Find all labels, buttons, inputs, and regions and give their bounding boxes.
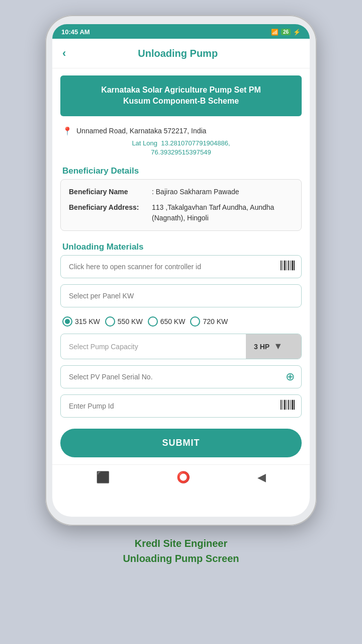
charging-icon: ⚡ bbox=[293, 29, 301, 36]
radio-circle-720[interactable] bbox=[190, 316, 200, 327]
pump-capacity-row[interactable]: Select Pump Capacity 3 HP ▼ bbox=[60, 334, 302, 359]
svg-rect-7 bbox=[294, 261, 295, 271]
submit-button[interactable]: SUBMIT bbox=[60, 429, 302, 457]
svg-rect-3 bbox=[287, 261, 287, 271]
svg-rect-0 bbox=[281, 261, 282, 271]
barcode-icon-pump bbox=[281, 400, 295, 413]
radio-label-650: 650 KW bbox=[160, 317, 186, 326]
nav-circle-icon[interactable]: ⭕ bbox=[176, 471, 190, 484]
nav-home-icon[interactable]: ⬛ bbox=[96, 471, 110, 484]
pump-capacity-value: 3 HP bbox=[254, 343, 269, 351]
bottom-navigation: ⬛ ⭕ ◀ bbox=[52, 464, 310, 490]
nav-back-icon[interactable]: ◀ bbox=[257, 471, 266, 484]
pv-panel-wrapper[interactable]: ⊕ bbox=[60, 365, 302, 388]
status-bar: 10:45 AM 📶 26 ⚡ bbox=[52, 24, 310, 39]
pump-capacity-label: Select Pump Capacity bbox=[61, 336, 246, 358]
svg-rect-6 bbox=[292, 261, 293, 271]
battery-indicator: 26 bbox=[281, 29, 291, 35]
dropdown-arrow-icon: ▼ bbox=[274, 341, 283, 352]
caption-line1: KredI Site Engineer bbox=[123, 536, 239, 551]
svg-rect-14 bbox=[292, 400, 293, 410]
beneficiary-card: Beneficiary Name : Bajirao Sakharam Pawa… bbox=[60, 179, 302, 231]
time-display: 10:45 AM bbox=[61, 28, 90, 36]
page-title: Unloading Pump bbox=[71, 48, 285, 59]
pump-id-wrapper[interactable] bbox=[60, 394, 302, 418]
radio-label-720: 720 KW bbox=[203, 317, 228, 326]
radio-circle-315[interactable] bbox=[62, 316, 72, 327]
beneficiary-address-row: Beneficiary Address: 113 ,Takalgavhan Ta… bbox=[69, 202, 293, 223]
caption-line2: Unloading Pump Screen bbox=[123, 551, 239, 566]
radio-inner-315 bbox=[65, 319, 70, 324]
bene-name-label: Beneficiary Name bbox=[69, 187, 152, 197]
barcode-icon-controller bbox=[281, 261, 295, 273]
bene-address-value: 113 ,Takalgavhan Tarf Aundha, Aundha (Na… bbox=[152, 202, 293, 223]
svg-rect-12 bbox=[288, 400, 289, 410]
location-section: 📍 Unnamed Road, Karnataka 572217, India bbox=[52, 123, 310, 137]
svg-rect-8 bbox=[281, 400, 282, 410]
controller-id-input[interactable] bbox=[60, 255, 302, 278]
svg-rect-4 bbox=[288, 261, 289, 271]
panel-kw-wrapper[interactable] bbox=[60, 284, 302, 307]
beneficiary-name-row: Beneficiary Name : Bajirao Sakharam Pawa… bbox=[69, 187, 293, 197]
svg-rect-2 bbox=[284, 261, 286, 271]
panel-kw-input[interactable] bbox=[60, 284, 302, 307]
wifi-icon: 📶 bbox=[271, 29, 279, 36]
kw-radio-group: 315 KW 550 KW 650 KW 720 KW bbox=[60, 313, 302, 334]
radio-label-315: 315 KW bbox=[75, 317, 100, 326]
location-address: Unnamed Road, Karnataka 572217, India bbox=[76, 127, 206, 135]
controller-id-wrapper[interactable] bbox=[60, 255, 302, 278]
location-icon: 📍 bbox=[62, 126, 72, 136]
radio-550kw[interactable]: 550 KW bbox=[105, 316, 143, 327]
screen-caption: KredI Site Engineer Unloading Pump Scree… bbox=[123, 536, 239, 566]
bene-address-label: Beneficiary Address: bbox=[69, 202, 152, 223]
materials-form: 315 KW 550 KW 650 KW 720 KW Select Pump … bbox=[52, 255, 310, 464]
svg-rect-15 bbox=[294, 400, 295, 410]
svg-rect-9 bbox=[283, 400, 283, 410]
add-pv-panel-icon[interactable]: ⊕ bbox=[286, 370, 295, 383]
app-header: ‹ Unloading Pump bbox=[52, 39, 310, 68]
radio-720kw[interactable]: 720 KW bbox=[190, 316, 228, 327]
radio-315kw[interactable]: 315 KW bbox=[62, 316, 100, 327]
latlong-display: Lat Long 13.2810707791904886, 76.3932951… bbox=[52, 137, 310, 162]
svg-rect-10 bbox=[284, 400, 286, 410]
materials-section-title: Unloading Materials bbox=[52, 238, 310, 255]
beneficiary-section-title: Beneficiary Details bbox=[52, 162, 310, 179]
scheme-banner: Karnataka Solar Agriculture Pump Set PM … bbox=[60, 75, 302, 116]
radio-circle-550[interactable] bbox=[105, 316, 115, 327]
svg-rect-1 bbox=[283, 261, 283, 271]
svg-rect-11 bbox=[287, 400, 287, 410]
pump-capacity-dropdown[interactable]: 3 HP ▼ bbox=[246, 334, 301, 359]
pv-panel-input[interactable] bbox=[60, 365, 302, 388]
svg-rect-5 bbox=[290, 261, 291, 271]
radio-650kw[interactable]: 650 KW bbox=[148, 316, 186, 327]
radio-label-550: 550 KW bbox=[118, 317, 143, 326]
back-button[interactable]: ‹ bbox=[62, 47, 66, 60]
radio-circle-650[interactable] bbox=[148, 316, 158, 327]
pump-id-input[interactable] bbox=[60, 394, 302, 418]
bene-name-value: : Bajirao Sakharam Pawade bbox=[152, 187, 239, 197]
svg-rect-13 bbox=[290, 400, 291, 410]
